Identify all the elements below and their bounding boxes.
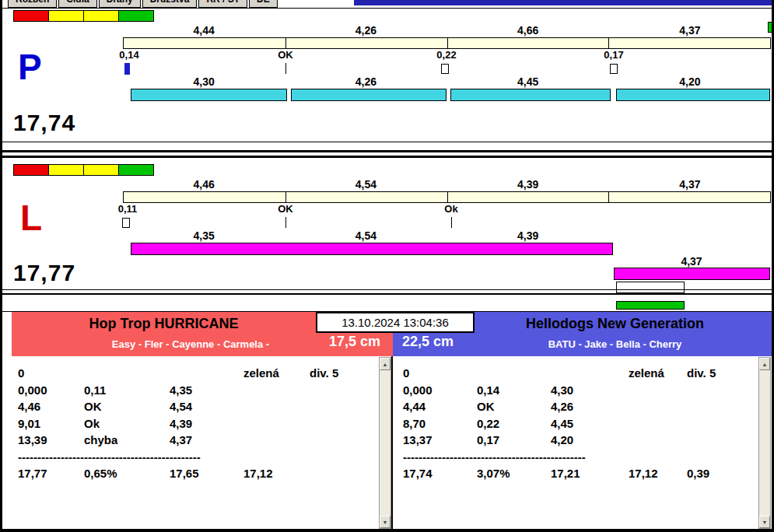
lane-l-split-bar	[614, 268, 770, 280]
lane-l-inner-border	[2, 289, 772, 290]
lane-p-split-times: 4,30 4,26 4,45 4,20	[123, 75, 771, 88]
table-cell: 3,07%	[477, 465, 551, 482]
tab-rr-st[interactable]: RR / ST	[198, 0, 247, 8]
strip-time: 4,37	[679, 24, 700, 37]
table-cell: Ok	[84, 415, 170, 432]
table-cell: 17,74	[403, 465, 477, 482]
lane-p-timing-strip	[123, 37, 771, 49]
scroll-up-button[interactable]: ▲	[380, 358, 391, 370]
panel-top-border	[2, 8, 772, 9]
scroll-down-button[interactable]: ▼	[380, 516, 391, 528]
scrollbar-track[interactable]	[380, 370, 391, 516]
scroll-up-button[interactable]: ▲	[759, 358, 770, 370]
team-right-jump-height: 22,5 cm	[402, 334, 454, 350]
table-cell: OK	[477, 398, 551, 415]
team-left-results-table[interactable]: 0 zelená div. 5 0,000 0,11 4,35 4,46 OK …	[12, 356, 393, 530]
lane-l-gate-mark: 0,11	[118, 203, 138, 215]
table-cell: OK	[84, 398, 170, 415]
table-cell: 13,39	[18, 432, 84, 449]
split-time: 4,20	[679, 75, 700, 88]
lane-l-semaphore	[13, 164, 153, 176]
table-cell	[551, 365, 629, 382]
table-cell: 4,54	[170, 398, 243, 415]
lane-l-ok-tick	[285, 217, 286, 228]
table-cell: 0,14	[477, 382, 551, 399]
tab-drahy[interactable]: Dráhy	[99, 0, 141, 8]
table-divider: ----------------------------------------…	[18, 449, 234, 466]
strip-divider	[447, 38, 448, 48]
red-light	[13, 10, 49, 22]
lane-p-total-time: 17,74	[13, 110, 75, 136]
lane-p-start-marker	[124, 63, 130, 75]
lane-l-gate-mark: Ok	[444, 203, 457, 215]
table-cell: 17,65	[170, 465, 243, 482]
green-light	[118, 164, 154, 176]
table-cell: 17,21	[551, 465, 629, 482]
lane-l-split-bar	[131, 243, 613, 255]
team-right-results-table[interactable]: 0 zelená div. 5 0,000 0,14 4,30 4,44 OK …	[393, 356, 772, 530]
table-cell: 4,45	[551, 415, 629, 432]
table-cell: 4,44	[403, 398, 477, 415]
strip-divider	[285, 38, 286, 48]
result-row: 13,39 chyba 4,37	[18, 432, 391, 449]
table-cell: chyba	[84, 432, 170, 449]
table-cell: 0,17	[477, 432, 551, 449]
table-cell	[629, 398, 687, 415]
table-cell	[84, 365, 170, 382]
table-cell	[243, 382, 310, 399]
left-table-scrollbar[interactable]: ▲ ▼	[379, 357, 391, 529]
split-time: 4,26	[355, 75, 376, 88]
team-right-dogs: BATU - Jake - Bella - Cherry	[466, 338, 764, 350]
table-cell	[243, 432, 310, 449]
tab-druzstva[interactable]: Družstva	[142, 0, 198, 8]
result-row: 0,000 0,14 4,30	[403, 382, 772, 399]
lane-l-extra-split-time: 4,37	[681, 255, 702, 268]
tab-rozbeh[interactable]: Rozbeh	[8, 0, 57, 8]
lane-p-semaphore	[13, 10, 153, 22]
table-cell: 9,01	[18, 415, 84, 432]
lane-p-inner-border	[2, 142, 772, 142]
table-cell: 0	[18, 365, 84, 382]
table-cell: 4,46	[18, 398, 84, 415]
summary-row: 17,74 3,07% 17,21 17,12 0,39	[403, 465, 772, 482]
lane-l-total-time: 17,77	[13, 260, 75, 286]
lane-p-gate-mark: OK	[278, 49, 293, 61]
table-cell: 17,12	[243, 465, 310, 482]
lane-p-split-bar	[291, 89, 447, 101]
split-time: 4,30	[194, 75, 215, 88]
result-row: 4,44 OK 4,26	[403, 398, 772, 415]
lane-p-split-bar	[450, 89, 611, 101]
right-table-scrollbar[interactable]: ▲ ▼	[758, 357, 771, 529]
table-cell: 17,12	[629, 465, 687, 482]
table-cell	[629, 382, 687, 399]
strip-time: 4,54	[355, 178, 376, 191]
lane-p-gate-mark: 0,22	[436, 49, 456, 61]
table-cell: 4,35	[170, 382, 243, 399]
result-row: 0 zelená div. 5	[18, 365, 391, 382]
tab-bar: Rozbeh Cidla Dráhy Družstva RR / ST DE	[4, 0, 424, 8]
lane-p-gate-mark: 0,17	[604, 49, 623, 61]
result-row: 0 zelená div. 5	[403, 365, 772, 382]
tab-de[interactable]: DE	[249, 0, 278, 8]
scroll-down-button[interactable]: ▼	[759, 516, 770, 528]
table-cell	[629, 415, 687, 432]
yellow-light	[48, 10, 84, 22]
lane-p-fault-box	[441, 64, 449, 74]
table-cell: 0	[403, 365, 477, 382]
table-cell: 0,65%	[84, 465, 170, 482]
lane-p-gate-mark: 0,14	[119, 49, 138, 61]
table-cell: 17,77	[18, 465, 84, 482]
tab-cidla[interactable]: Cidla	[58, 0, 96, 8]
split-time: 4,54	[355, 229, 376, 242]
strip-divider	[608, 192, 609, 202]
timestamp-box: 13.10.2024 13:04:36	[316, 312, 475, 333]
table-cell: 0,22	[477, 415, 551, 432]
lane-l-pending-bar	[616, 282, 685, 293]
split-time: 4,35	[194, 229, 215, 242]
lane-p-split-bar	[616, 89, 770, 101]
table-cell: zelená	[629, 365, 687, 382]
lane-p-split-bar	[131, 89, 287, 101]
lane-l-green-bar	[616, 301, 685, 310]
scrollbar-track[interactable]	[759, 370, 770, 516]
table-cell: 4,37	[170, 432, 243, 449]
